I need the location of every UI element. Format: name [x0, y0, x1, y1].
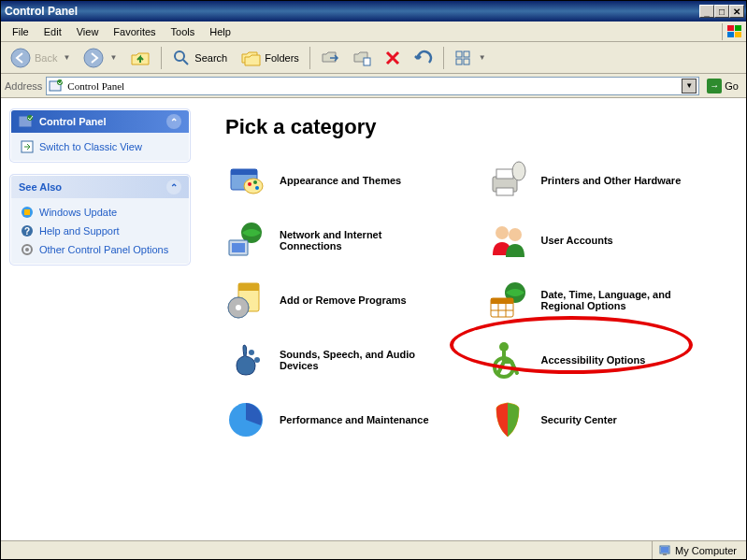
undo-icon — [414, 50, 433, 66]
category-add-remove-programs[interactable]: Add or Remove Programs — [225, 278, 459, 323]
menu-file[interactable]: File — [5, 24, 36, 39]
user-accounts-icon — [487, 220, 528, 261]
help-support-link[interactable]: ? Help and Support — [21, 224, 180, 237]
category-security-center[interactable]: Security Center — [487, 397, 721, 442]
go-arrow-icon: → — [707, 79, 722, 93]
undo-button[interactable] — [409, 47, 438, 69]
control-panel-panel: Control Panel ⌃ Switch to Classic View — [10, 109, 190, 162]
maximize-button[interactable]: □ — [714, 5, 729, 18]
move-to-button[interactable] — [315, 46, 345, 70]
forward-button[interactable]: ▼ — [78, 45, 122, 71]
move-to-icon — [321, 49, 339, 67]
search-icon — [172, 49, 191, 67]
menu-edit[interactable]: Edit — [36, 24, 69, 39]
network-icon — [225, 220, 266, 261]
svg-rect-31 — [496, 188, 513, 195]
svg-point-50 — [254, 357, 260, 363]
svg-rect-11 — [456, 59, 462, 65]
minimize-button[interactable]: _ — [699, 5, 714, 18]
svg-point-5 — [84, 49, 103, 67]
folders-icon — [240, 49, 261, 67]
views-button[interactable]: ▼ — [449, 47, 492, 69]
svg-point-6 — [175, 51, 184, 61]
svg-rect-9 — [456, 51, 462, 57]
menubar: File Edit View Favorites Tools Help — [1, 22, 746, 42]
address-dropdown-button[interactable]: ▼ — [682, 79, 697, 93]
address-label: Address — [5, 80, 42, 92]
switch-classic-view-link[interactable]: Switch to Classic View — [21, 140, 180, 153]
collapse-icon[interactable]: ⌃ — [166, 179, 181, 194]
chevron-down-icon: ▼ — [109, 53, 117, 62]
svg-point-25 — [244, 179, 263, 194]
svg-rect-0 — [727, 25, 734, 31]
page-heading: Pick a category — [225, 115, 727, 139]
my-computer-icon — [658, 544, 671, 557]
help-icon: ? — [21, 224, 34, 237]
toolbar: Back ▼ ▼ Search Folders ▼ — [1, 42, 746, 74]
folder-up-icon — [130, 48, 151, 68]
accessibility-icon — [487, 339, 528, 381]
svg-rect-10 — [464, 51, 469, 57]
category-grid: Appearance and Themes Printers and Other… — [218, 158, 727, 442]
windows-update-icon — [21, 206, 34, 219]
up-button[interactable] — [124, 45, 156, 71]
category-performance[interactable]: Performance and Maintenance — [225, 397, 459, 442]
back-button[interactable]: Back ▼ — [5, 45, 76, 71]
category-user-accounts[interactable]: User Accounts — [487, 218, 721, 263]
addressbar: Address ▼ → Go — [1, 74, 746, 98]
category-date-time-language[interactable]: Date, Time, Language, and Regional Optio… — [487, 278, 721, 323]
svg-point-28 — [255, 186, 259, 190]
other-options-link[interactable]: Other Control Panel Options — [21, 243, 180, 256]
svg-point-49 — [249, 350, 254, 355]
address-input[interactable] — [67, 80, 678, 92]
sidebar: Control Panel ⌃ Switch to Classic View S… — [1, 98, 199, 540]
close-button[interactable]: ✕ — [729, 5, 744, 18]
forward-icon — [83, 48, 104, 68]
statusbar: My Computer — [1, 540, 746, 559]
status-left — [5, 541, 653, 559]
chevron-down-icon: ▼ — [479, 53, 486, 62]
category-appearance-themes[interactable]: Appearance and Themes — [225, 158, 459, 203]
svg-rect-35 — [232, 243, 245, 252]
toolbar-separator — [161, 47, 162, 69]
address-input-wrap[interactable]: ▼ — [46, 77, 699, 95]
search-button[interactable]: Search — [166, 46, 233, 70]
panel-header[interactable]: See Also ⌃ — [11, 176, 189, 198]
window-controls: _ □ ✕ — [699, 5, 744, 18]
svg-rect-24 — [231, 169, 257, 175]
copy-to-button[interactable] — [347, 46, 377, 70]
menu-view[interactable]: View — [69, 24, 107, 39]
svg-point-26 — [248, 182, 251, 186]
delete-x-icon — [384, 50, 401, 66]
category-accessibility[interactable]: Accessibility Options — [487, 337, 721, 382]
add-remove-programs-icon — [225, 280, 266, 321]
svg-point-37 — [509, 228, 522, 241]
category-sounds-speech[interactable]: Sounds, Speech, and Audio Devices — [225, 337, 459, 382]
date-time-language-icon — [487, 280, 528, 321]
windows-update-link[interactable]: Windows Update — [21, 206, 180, 219]
titlebar: Control Panel _ □ ✕ — [1, 1, 746, 22]
panel-header[interactable]: Control Panel ⌃ — [11, 110, 189, 133]
collapse-icon[interactable]: ⌃ — [166, 114, 181, 129]
panel-body: Windows Update ? Help and Support Other … — [11, 198, 189, 264]
folders-button[interactable]: Folders — [235, 46, 305, 70]
svg-text:?: ? — [24, 226, 30, 237]
category-printers-hardware[interactable]: Printers and Other Hardware — [487, 158, 721, 203]
svg-rect-3 — [735, 32, 741, 37]
delete-button[interactable] — [379, 47, 407, 69]
see-also-panel: See Also ⌃ Windows Update ? Help and Sup… — [10, 175, 190, 265]
svg-rect-1 — [735, 25, 741, 31]
svg-rect-8 — [364, 58, 370, 65]
menu-tools[interactable]: Tools — [164, 24, 203, 39]
printers-hardware-icon — [487, 160, 528, 201]
svg-rect-56 — [663, 553, 667, 555]
category-network[interactable]: Network and Internet Connections — [225, 218, 459, 263]
svg-rect-30 — [496, 169, 513, 179]
menu-favorites[interactable]: Favorites — [106, 24, 163, 39]
go-button[interactable]: → Go — [703, 78, 742, 94]
status-right: My Computer — [653, 544, 742, 557]
control-panel-icon — [49, 79, 64, 93]
menu-help[interactable]: Help — [202, 24, 238, 39]
svg-point-4 — [11, 49, 30, 67]
switch-view-icon — [21, 140, 34, 153]
